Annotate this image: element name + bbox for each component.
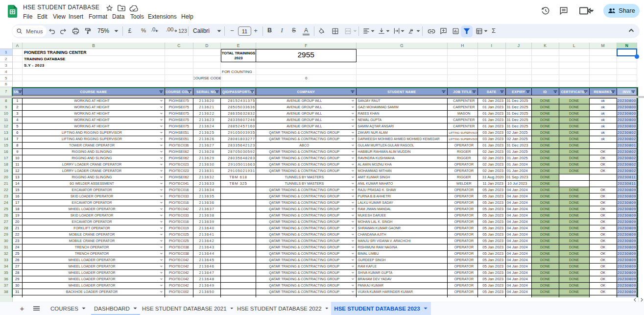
svg-text:A: A bbox=[410, 28, 412, 32]
